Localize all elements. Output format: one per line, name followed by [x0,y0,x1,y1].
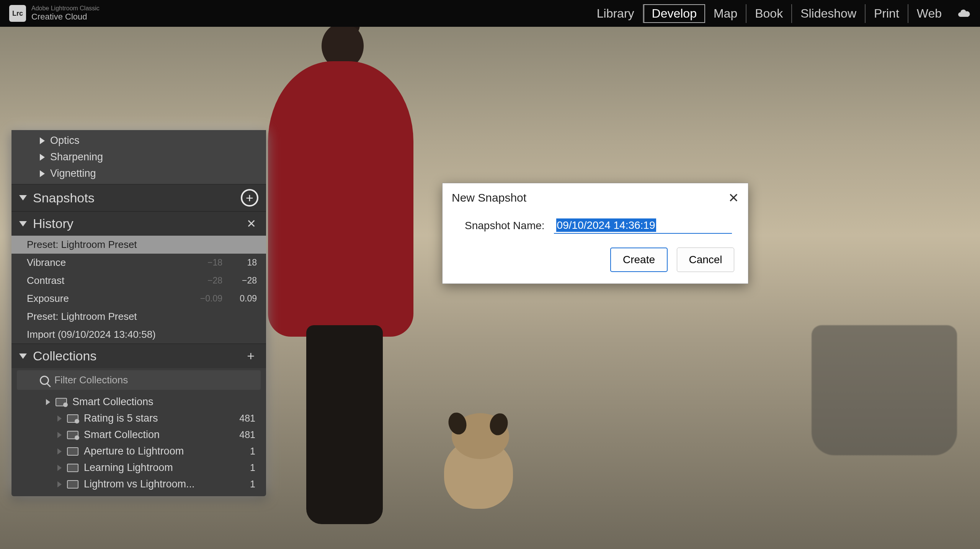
history-label: Exposure [27,293,188,305]
chevron-down-icon [19,195,27,200]
collection-name: Learning Lightroom [84,462,245,474]
module-web[interactable]: Web [908,4,950,23]
collection-icon [67,447,78,456]
collection-item[interactable]: Lightrom vs Lightroom...1 [11,476,266,492]
history-new-value: −28 [222,275,257,286]
collection-count: 481 [239,429,255,440]
photo-background-car [812,325,957,455]
chevron-right-icon [46,399,50,405]
chevron-right-icon [57,415,62,422]
history-label: Vibrance [27,257,188,269]
chevron-down-icon [19,221,27,226]
history-header[interactable]: History ✕ [11,212,266,236]
snapshots-title: Snapshots [33,191,241,205]
history-title: History [33,216,244,231]
chevron-right-icon [40,154,45,161]
new-snapshot-dialog: New Snapshot ✕ Snapshot Name: 09/10/2024… [442,183,748,284]
chevron-right-icon [40,137,45,144]
history-list: Preset: Lightroom PresetVibrance−1818Con… [11,236,266,344]
history-new-value: 0.09 [222,293,257,304]
history-label: Import (09/10/2024 13:40:58) [27,329,188,340]
develop-subpanel-list: OpticsSharpeningVignetting [11,130,266,184]
snapshot-name-input[interactable]: 09/10/2024 14:36:19 [554,218,732,234]
history-label: Preset: Lightroom Preset [27,239,188,251]
history-label: Contrast [27,275,188,287]
photo-subject-dog [433,406,524,528]
history-item[interactable]: Preset: Lightroom Preset [11,236,266,254]
collection-name: Lightrom vs Lightroom... [84,478,245,490]
cloud-sync-icon[interactable] [957,7,971,20]
history-item[interactable]: Preset: Lightroom Preset [11,308,266,326]
chevron-right-icon [57,481,62,487]
collection-icon [67,480,78,489]
collections-list: Smart CollectionsRating is 5 stars481Sma… [11,392,266,496]
collection-item[interactable]: Rating is 5 stars481 [11,410,266,427]
module-print[interactable]: Print [866,4,908,23]
subpanel-optics[interactable]: Optics [11,132,266,149]
app-icon: Lrc [9,5,26,22]
collection-item[interactable]: Smart Collections [11,394,266,410]
module-library[interactable]: Library [588,4,644,23]
subpanel-sharpening[interactable]: Sharpening [11,149,266,165]
chevron-right-icon [40,170,45,177]
history-item[interactable]: Vibrance−1818 [11,254,266,272]
app-title-line1: Adobe Lightroom Classic [31,5,100,12]
collection-name: Rating is 5 stars [84,412,234,424]
collection-icon [56,398,67,406]
filter-placeholder: Filter Collections [54,374,128,386]
chevron-down-icon [19,354,27,359]
collection-count: 1 [250,446,255,457]
collection-item[interactable]: Aperture to Lightroom1 [11,443,266,459]
collections-header[interactable]: Collections + [11,344,266,368]
collection-count: 481 [239,413,255,424]
history-item[interactable]: Contrast−28−28 [11,272,266,290]
collection-name: Aperture to Lightroom [84,445,245,457]
cancel-button[interactable]: Cancel [677,248,734,272]
subpanel-label: Vignetting [50,168,96,179]
history-prev-value: −0.09 [188,293,222,304]
subpanel-label: Sharpening [50,151,103,163]
search-icon [40,376,49,385]
module-develop[interactable]: Develop [644,4,705,23]
left-panel: OpticsSharpeningVignetting Snapshots + H… [11,130,266,496]
clear-history-button[interactable]: ✕ [244,217,258,230]
chevron-right-icon [57,465,62,471]
photo-subject-person [268,27,413,528]
history-item[interactable]: Exposure−0.090.09 [11,290,266,308]
collection-name: Smart Collection [84,429,234,441]
subpanel-label: Optics [50,135,80,147]
history-new-value: 18 [222,257,257,268]
chevron-right-icon [57,432,62,438]
filter-collections-input[interactable]: Filter Collections [17,370,261,390]
module-picker: LibraryDevelopMapBookSlideshowPrintWeb [588,4,971,23]
subpanel-vignetting[interactable]: Vignetting [11,165,266,182]
collection-icon [67,464,78,472]
create-button[interactable]: Create [610,248,668,272]
collection-icon [67,431,78,439]
chevron-right-icon [57,448,62,455]
module-map[interactable]: Map [705,4,746,23]
collections-title: Collections [33,349,245,363]
add-snapshot-button[interactable]: + [241,189,258,207]
module-slideshow[interactable]: Slideshow [792,4,866,23]
add-collection-button[interactable]: + [245,349,257,363]
module-book[interactable]: Book [746,4,792,23]
close-icon[interactable]: ✕ [728,190,739,205]
history-prev-value: −18 [188,257,222,268]
app-title-line2: Creative Cloud [31,12,100,22]
snapshots-header[interactable]: Snapshots + [11,184,266,211]
history-prev-value: −28 [188,275,222,286]
collection-count: 1 [250,462,255,473]
dialog-title: New Snapshot [452,191,728,204]
collection-name: Smart Collections [72,396,250,408]
collection-item[interactable]: Learning Lightroom1 [11,459,266,476]
history-label: Preset: Lightroom Preset [27,311,188,323]
collection-icon [67,414,78,423]
app-title: Adobe Lightroom Classic Creative Cloud [31,5,100,22]
snapshot-name-label: Snapshot Name: [465,220,545,232]
top-bar: Lrc Adobe Lightroom Classic Creative Clo… [0,0,980,27]
collection-count: 1 [250,479,255,490]
history-item[interactable]: Import (09/10/2024 13:40:58) [11,326,266,344]
collection-item[interactable]: Smart Collection481 [11,427,266,443]
